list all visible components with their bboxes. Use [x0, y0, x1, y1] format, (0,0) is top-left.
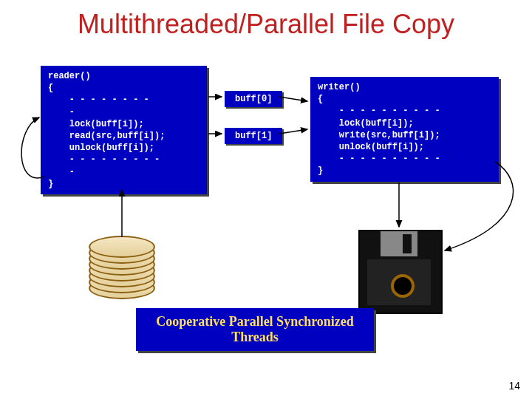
disk-platters-icon: [89, 236, 155, 302]
diagram-canvas: reader() { - - - - - - - - - lock(buff[i…: [0, 58, 532, 369]
slide-title: Multithreaded/Parallel File Copy: [0, 9, 532, 40]
floppy-disk-icon: [358, 230, 443, 314]
writer-code-box: writer() { - - - - - - - - - - lock(buff…: [310, 77, 499, 182]
legend-box: Cooperative Parallel Synchronized Thread…: [136, 308, 374, 351]
buffer-1-box: buff[1]: [225, 128, 282, 144]
reader-code-box: reader() { - - - - - - - - - lock(buff[i…: [41, 66, 207, 194]
buffer-0-box: buff[0]: [225, 91, 282, 107]
page-number: 14: [508, 380, 520, 392]
